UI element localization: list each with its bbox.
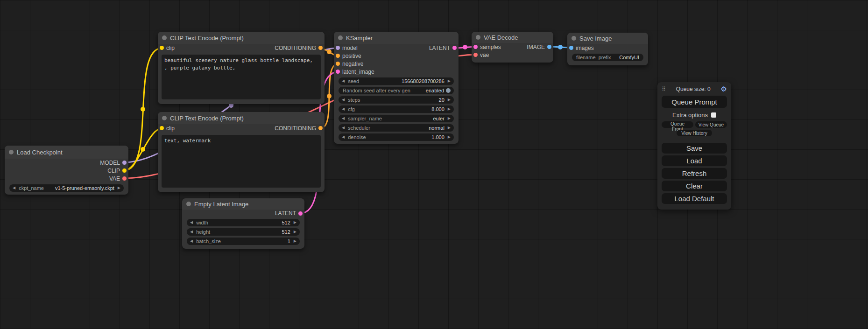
increment-arrow-icon[interactable]: ▶ <box>448 98 451 102</box>
node-title-bar[interactable]: KSampler <box>334 32 459 44</box>
node-title-bar[interactable]: CLIP Text Encode (Prompt) <box>158 32 325 44</box>
node-load-checkpoint[interactable]: Load Checkpoint MODEL CLIP VAE ◀ ckpt_na… <box>5 146 128 195</box>
load-button[interactable]: Load <box>662 155 727 166</box>
collapse-dot-icon[interactable] <box>338 35 343 40</box>
decrement-arrow-icon[interactable]: ◀ <box>190 239 193 243</box>
refresh-button[interactable]: Refresh <box>662 168 727 179</box>
sampler-name-widget[interactable]: ◀ sampler_name euler ▶ <box>339 115 454 122</box>
collapse-dot-icon[interactable] <box>162 35 167 40</box>
clear-button[interactable]: Clear <box>662 181 727 191</box>
negative-input-slot[interactable] <box>336 62 340 66</box>
node-clip-text-encode-positive[interactable]: CLIP Text Encode (Prompt) clip CONDITION… <box>158 32 325 104</box>
decrement-arrow-icon[interactable]: ◀ <box>190 230 193 234</box>
conditioning-output-slot[interactable] <box>318 46 323 50</box>
output-label: CLIP <box>107 168 120 174</box>
node-title-bar[interactable]: CLIP Text Encode (Prompt) <box>158 112 325 124</box>
increment-arrow-icon[interactable]: ▶ <box>448 79 451 83</box>
extra-options-row: Extra options <box>662 112 727 119</box>
output-row: CLIP <box>5 167 128 175</box>
widget-name: filename_prefix <box>576 55 611 60</box>
negative-prompt-textarea[interactable]: text, watermark <box>162 135 321 188</box>
collapse-dot-icon[interactable] <box>186 202 191 206</box>
queue-front-button[interactable]: Queue Front <box>662 121 693 128</box>
positive-input-slot[interactable] <box>336 54 340 58</box>
increment-arrow-icon[interactable]: ▶ <box>448 135 451 139</box>
slot-row: vae <box>472 51 553 59</box>
denoise-widget[interactable]: ◀ denoise 1.000 ▶ <box>339 133 454 141</box>
extra-options-checkbox[interactable] <box>711 112 716 118</box>
decrement-arrow-icon[interactable]: ◀ <box>342 98 345 102</box>
node-title: Load Checkpoint <box>17 149 63 156</box>
collapse-dot-icon[interactable] <box>476 35 480 40</box>
load-default-button[interactable]: Load Default <box>662 193 727 204</box>
seed-widget[interactable]: ◀ seed 156680208700286 ▶ <box>339 77 454 85</box>
node-save-image[interactable]: Save Image images filename_prefix ComfyU… <box>567 33 648 65</box>
clip-input-slot[interactable] <box>160 46 164 50</box>
node-title-bar[interactable]: VAE Decode <box>472 32 553 43</box>
decrement-arrow-icon[interactable]: ◀ <box>342 107 345 111</box>
settings-gear-icon[interactable]: ⚙ <box>721 85 727 92</box>
increment-arrow-icon[interactable]: ▶ <box>294 239 296 243</box>
conditioning-output-slot[interactable] <box>318 126 323 130</box>
node-graph-canvas[interactable]: Load Checkpoint MODEL CLIP VAE ◀ ckpt_na… <box>0 0 868 329</box>
height-widget[interactable]: ◀ height 512 ▶ <box>187 228 300 236</box>
save-button[interactable]: Save <box>662 143 727 154</box>
steps-widget[interactable]: ◀ steps 20 ▶ <box>339 96 454 104</box>
collapse-dot-icon[interactable] <box>162 116 167 120</box>
vae-output-slot[interactable] <box>122 176 127 181</box>
decrement-arrow-icon[interactable]: ◀ <box>342 135 345 139</box>
width-widget[interactable]: ◀ width 512 ▶ <box>187 219 300 226</box>
toggle-on-dot[interactable] <box>446 88 451 93</box>
queue-size-label: Queue size: 0 <box>676 86 711 92</box>
node-title-bar[interactable]: Empty Latent Image <box>182 198 304 210</box>
filename-prefix-widget[interactable]: filename_prefix ComfyUI <box>572 54 643 61</box>
decrement-arrow-icon[interactable]: ◀ <box>342 126 345 130</box>
samples-input-slot[interactable] <box>473 45 478 49</box>
drag-handle-icon[interactable]: ⠿ <box>662 86 666 92</box>
batch-size-widget[interactable]: ◀ batch_size 1 ▶ <box>187 238 300 245</box>
widget-value: v1-5-pruned-emaonly.ckpt <box>55 185 114 191</box>
queue-prompt-button[interactable]: Queue Prompt <box>662 96 727 108</box>
decrement-arrow-icon[interactable]: ◀ <box>13 186 15 190</box>
decrement-arrow-icon[interactable]: ◀ <box>342 117 345 120</box>
model-input-slot[interactable] <box>336 46 340 50</box>
link-dot-samples <box>463 45 467 49</box>
clip-input-slot[interactable] <box>160 126 164 130</box>
node-title-bar[interactable]: Load Checkpoint <box>5 146 128 159</box>
node-ksampler[interactable]: KSampler model LATENT positive negative … <box>334 32 459 144</box>
image-output-slot[interactable] <box>547 45 551 49</box>
clip-output-slot[interactable] <box>122 168 127 173</box>
node-empty-latent-image[interactable]: Empty Latent Image LATENT ◀ width 512 ▶ … <box>182 198 304 249</box>
increment-arrow-icon[interactable]: ▶ <box>448 117 451 120</box>
increment-arrow-icon[interactable]: ▶ <box>294 230 296 234</box>
latent-output-slot[interactable] <box>298 211 303 216</box>
cfg-widget[interactable]: ◀ cfg 8.000 ▶ <box>339 105 454 113</box>
input-label: clip <box>166 125 175 132</box>
decrement-arrow-icon[interactable]: ◀ <box>342 79 345 83</box>
scheduler-widget[interactable]: ◀ scheduler normal ▶ <box>339 124 454 132</box>
images-input-slot[interactable] <box>569 46 573 50</box>
view-history-button[interactable]: View History <box>677 130 712 136</box>
decrement-arrow-icon[interactable]: ◀ <box>190 221 193 224</box>
random-seed-toggle-widget[interactable]: Random seed after every gen enabled <box>339 87 454 94</box>
link-dot-image <box>558 45 563 49</box>
node-vae-decode[interactable]: VAE Decode samples IMAGE vae <box>472 32 553 63</box>
increment-arrow-icon[interactable]: ▶ <box>118 186 120 190</box>
collapse-dot-icon[interactable] <box>572 36 576 41</box>
vae-input-slot[interactable] <box>473 53 478 57</box>
positive-prompt-textarea[interactable]: beautiful scenery nature glass bottle la… <box>162 55 321 99</box>
increment-arrow-icon[interactable]: ▶ <box>294 221 296 224</box>
output-label: VAE <box>109 175 120 182</box>
collapse-dot-icon[interactable] <box>9 150 14 154</box>
model-output-slot[interactable] <box>122 161 127 165</box>
latent-output-slot[interactable] <box>452 46 457 50</box>
increment-arrow-icon[interactable]: ▶ <box>448 107 451 111</box>
view-queue-button[interactable]: View Queue <box>695 121 727 128</box>
input-label: negative <box>342 61 363 67</box>
latent-image-input-slot[interactable] <box>336 70 340 74</box>
node-title-bar[interactable]: Save Image <box>567 33 648 44</box>
increment-arrow-icon[interactable]: ▶ <box>448 126 451 130</box>
node-clip-text-encode-negative[interactable]: CLIP Text Encode (Prompt) clip CONDITION… <box>158 112 325 192</box>
output-row: VAE <box>5 175 128 182</box>
ckpt-name-widget[interactable]: ◀ ckpt_name v1-5-pruned-emaonly.ckpt ▶ <box>9 184 124 192</box>
